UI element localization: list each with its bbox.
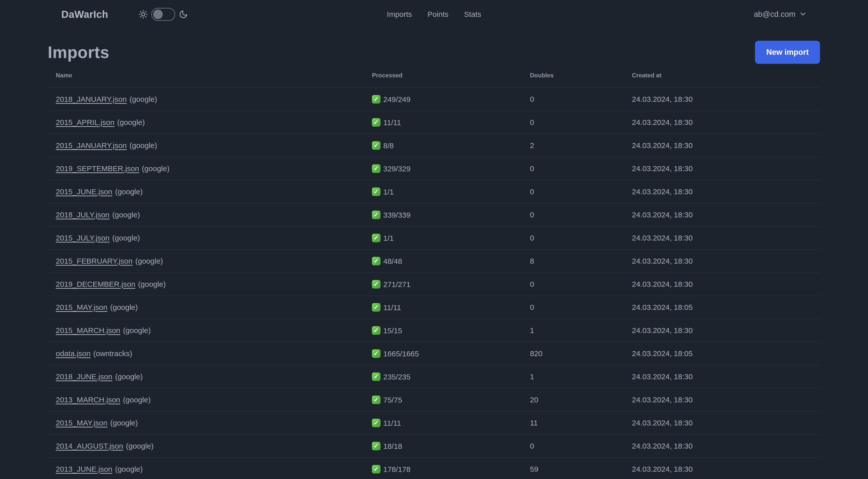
created-at: 24.03.2024, 18:30 xyxy=(624,88,820,111)
doubles-count: 1 xyxy=(522,365,624,388)
processed-cell: 18/18 xyxy=(364,435,522,458)
created-at: 24.03.2024, 18:30 xyxy=(624,411,820,435)
created-at: 24.03.2024, 18:30 xyxy=(624,458,820,479)
processed-count: 339/339 xyxy=(383,211,410,219)
processed-count: 11/11 xyxy=(383,419,401,427)
import-source: (owntracks) xyxy=(93,349,132,358)
import-file-link[interactable]: 2019_DECEMBER.json xyxy=(56,280,135,288)
created-at: 24.03.2024, 18:30 xyxy=(624,388,820,411)
column-header-created-at: Created at xyxy=(624,65,820,88)
moon-icon xyxy=(179,10,188,19)
processed-cell: 178/178 xyxy=(364,458,522,479)
navbar: DaWarIch Imports Points Stats ab@cd.com xyxy=(0,0,868,29)
import-source: (google) xyxy=(112,234,140,242)
table-row: 2018_JANUARY.json(google) 249/249 0 24.0… xyxy=(48,88,820,111)
theme-toggle[interactable] xyxy=(151,8,175,21)
import-source: (google) xyxy=(115,187,143,196)
import-file-link[interactable]: 2019_SEPTEMBER.json xyxy=(56,164,139,173)
nav-link-imports[interactable]: Imports xyxy=(387,10,412,19)
import-file-link[interactable]: 2015_JANUARY.json xyxy=(56,141,127,150)
processed-count: 178/178 xyxy=(383,465,410,474)
processed-count: 11/11 xyxy=(383,118,401,127)
theme-switcher xyxy=(138,8,188,21)
doubles-count: 0 xyxy=(522,435,624,458)
processed-count: 1/1 xyxy=(383,188,394,196)
created-at: 24.03.2024, 18:30 xyxy=(624,273,820,296)
processed-count: 1/1 xyxy=(383,234,394,242)
check-mark-icon xyxy=(372,211,380,219)
import-source: (google) xyxy=(138,280,166,288)
import-source: (google) xyxy=(112,211,140,219)
check-mark-icon xyxy=(372,164,380,173)
import-source: (google) xyxy=(135,257,163,265)
doubles-count: 0 xyxy=(522,227,624,249)
doubles-count: 0 xyxy=(522,203,624,227)
table-row: 2019_SEPTEMBER.json(google) 329/329 0 24… xyxy=(48,157,820,180)
processed-cell: 48/48 xyxy=(364,249,522,273)
table-row: 2015_JANUARY.json(google) 8/8 2 24.03.20… xyxy=(48,134,820,157)
import-file-link[interactable]: 2015_JULY.json xyxy=(56,234,110,242)
created-at: 24.03.2024, 18:30 xyxy=(624,227,820,249)
doubles-count: 11 xyxy=(522,411,624,435)
table-row: 2015_MAY.json(google) 11/11 0 24.03.2024… xyxy=(48,296,820,319)
nav-link-stats[interactable]: Stats xyxy=(464,10,481,19)
user-email: ab@cd.com xyxy=(754,10,796,19)
table-row: 2018_JULY.json(google) 339/339 0 24.03.2… xyxy=(48,203,820,227)
new-import-button[interactable]: New import xyxy=(755,41,820,64)
import-file-link[interactable]: 2015_MAY.json xyxy=(56,419,107,427)
name-cell: 2019_DECEMBER.json(google) xyxy=(48,273,364,296)
table-row: 2013_JUNE.json(google) 178/178 59 24.03.… xyxy=(48,458,820,479)
import-file-link[interactable]: 2018_JANUARY.json xyxy=(56,95,127,103)
import-file-link[interactable]: 2015_FEBRUARY.json xyxy=(56,257,133,265)
check-mark-icon xyxy=(372,419,380,427)
table-row: odata.json(owntracks) 1665/1665 820 24.0… xyxy=(48,342,820,365)
table-row: 2013_MARCH.json(google) 75/75 20 24.03.2… xyxy=(48,388,820,411)
created-at: 24.03.2024, 18:30 xyxy=(624,365,820,388)
processed-cell: 249/249 xyxy=(364,88,522,111)
name-cell: 2018_JANUARY.json(google) xyxy=(48,88,364,111)
import-file-link[interactable]: 2015_APRIL.json xyxy=(56,118,115,126)
table-row: 2015_JULY.json(google) 1/1 0 24.03.2024,… xyxy=(48,227,820,249)
processed-cell: 75/75 xyxy=(364,388,522,411)
import-source: (google) xyxy=(117,118,145,126)
check-mark-icon xyxy=(372,187,380,196)
name-cell: 2015_MAY.json(google) xyxy=(48,411,364,435)
import-file-link[interactable]: odata.json xyxy=(56,349,90,358)
processed-count: 329/329 xyxy=(383,164,410,173)
created-at: 24.03.2024, 18:30 xyxy=(624,111,820,134)
import-file-link[interactable]: 2015_MAY.json xyxy=(56,303,107,311)
doubles-count: 0 xyxy=(522,157,624,180)
import-source: (google) xyxy=(126,442,153,450)
import-file-link[interactable]: 2018_JUNE.json xyxy=(56,372,112,381)
import-source: (google) xyxy=(110,419,138,427)
app-logo[interactable]: DaWarIch xyxy=(61,9,108,20)
nav-links: Imports Points Stats xyxy=(387,10,481,19)
processed-cell: 339/339 xyxy=(364,203,522,227)
user-menu[interactable]: ab@cd.com xyxy=(754,10,806,19)
name-cell: 2015_JANUARY.json(google) xyxy=(48,134,364,157)
import-file-link[interactable]: 2018_JULY.json xyxy=(56,211,110,219)
import-source: (google) xyxy=(129,95,157,103)
column-header-doubles: Doubles xyxy=(522,65,624,88)
table-row: 2019_DECEMBER.json(google) 271/271 0 24.… xyxy=(48,273,820,296)
import-source: (google) xyxy=(129,141,157,150)
check-mark-icon xyxy=(372,349,380,358)
table-row: 2015_FEBRUARY.json(google) 48/48 8 24.03… xyxy=(48,249,820,273)
column-header-processed: Processed xyxy=(364,65,522,88)
import-file-link[interactable]: 2015_MARCH.json xyxy=(56,326,120,334)
name-cell: 2015_MAY.json(google) xyxy=(48,296,364,319)
import-file-link[interactable]: 2013_JUNE.json xyxy=(56,465,112,473)
import-file-link[interactable]: 2013_MARCH.json xyxy=(56,395,120,404)
name-cell: odata.json(owntracks) xyxy=(48,342,364,365)
import-file-link[interactable]: 2015_JUNE.json xyxy=(56,187,112,196)
processed-count: 75/75 xyxy=(383,396,402,404)
processed-count: 18/18 xyxy=(383,442,402,450)
name-cell: 2018_JUNE.json(google) xyxy=(48,365,364,388)
check-mark-icon xyxy=(372,303,380,311)
doubles-count: 20 xyxy=(522,388,624,411)
name-cell: 2013_JUNE.json(google) xyxy=(48,458,364,479)
import-file-link[interactable]: 2014_AUGUST.json xyxy=(56,442,123,450)
nav-link-points[interactable]: Points xyxy=(428,10,448,19)
doubles-count: 820 xyxy=(522,342,624,365)
processed-cell: 11/11 xyxy=(364,296,522,319)
